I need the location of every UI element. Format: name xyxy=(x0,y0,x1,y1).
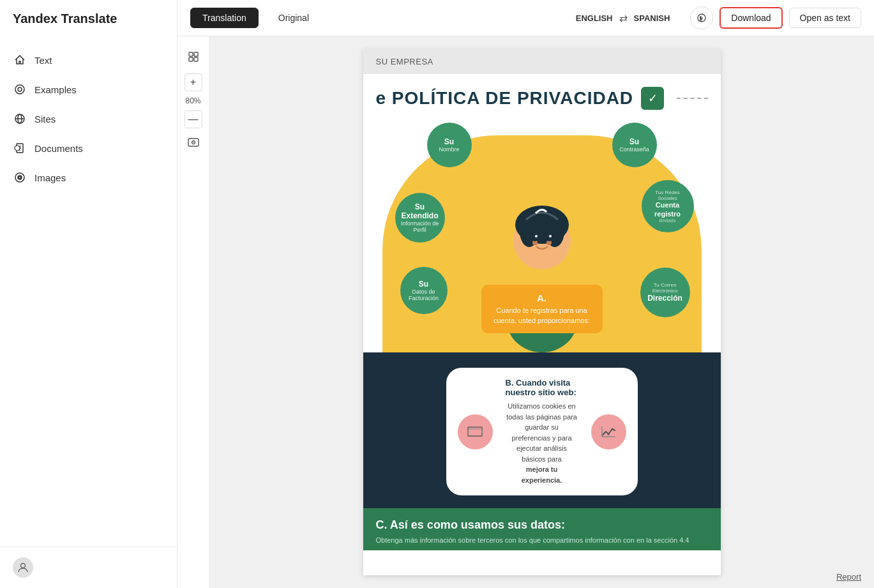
b-section-card: B. Cuando visita nuestro sitio web: Util… xyxy=(446,368,638,495)
sidebar-nav: Text Examples Sites xyxy=(0,40,177,547)
content-area: + 80% — SU EMPRESA e POLÍTICA DE xyxy=(177,36,874,588)
node-facturacion: Su Datos de Facturación xyxy=(400,267,448,314)
orange-card-letter: A. xyxy=(490,292,594,303)
svg-point-23 xyxy=(193,142,194,143)
zoom-reset-icon[interactable] xyxy=(185,133,202,154)
documents-icon xyxy=(13,141,27,155)
doc-title: e POLÍTICA DE PRIVACIDAD xyxy=(376,88,634,109)
dark-section: B. Cuando visita nuestro sitio web: Util… xyxy=(363,352,721,508)
node-direccion: Tu Correo Electrónico Dirección xyxy=(640,268,690,317)
svg-point-34 xyxy=(549,235,552,237)
doc-title-section: e POLÍTICA DE PRIVACIDAD ✓ xyxy=(363,74,721,116)
zoom-controls: + 80% — xyxy=(177,36,209,588)
svg-point-43 xyxy=(608,433,610,435)
main-area: Translation Original ENGLISH ⇄ SPANISH D… xyxy=(177,0,874,588)
download-button[interactable]: Download xyxy=(720,7,782,29)
card-icon-left xyxy=(458,414,493,449)
zoom-in-button[interactable]: + xyxy=(185,73,202,91)
document-page: SU EMPRESA e POLÍTICA DE PRIVACIDAD ✓ xyxy=(363,49,721,575)
node-cuenta: Tus Redes Sociales Cuenta registro ilimi… xyxy=(642,180,694,232)
sidebar-item-examples[interactable]: Examples xyxy=(0,75,177,104)
svg-rect-19 xyxy=(189,57,193,61)
report-link[interactable]: Report xyxy=(836,572,861,582)
sites-icon xyxy=(13,112,27,126)
svg-rect-20 xyxy=(194,57,198,61)
examples-icon xyxy=(13,82,27,96)
svg-point-12 xyxy=(19,177,20,178)
header: Translation Original ENGLISH ⇄ SPANISH D… xyxy=(177,0,874,36)
sidebar-item-text-label: Text xyxy=(34,55,52,66)
b-section-bold: mejora tu experiencia. xyxy=(522,465,562,484)
b-section-text: Utilizamos cookies en todas las páginas … xyxy=(506,402,577,463)
company-name: SU EMPRESA xyxy=(376,57,433,66)
svg-rect-18 xyxy=(194,52,198,56)
svg-point-9 xyxy=(15,146,20,151)
svg-rect-17 xyxy=(189,52,193,56)
svg-point-33 xyxy=(535,235,538,237)
yellow-section: Su Nombre Su Contraseña Su Extendido Inf… xyxy=(382,116,702,352)
node-extendido: Su Extendido Información de Perfil xyxy=(395,193,445,243)
c-section-text: Obtenga más información sobre terceros c… xyxy=(376,536,708,545)
b-section-row: B. Cuando visita nuestro sitio web: Util… xyxy=(458,378,626,485)
speak-button[interactable] xyxy=(690,6,713,29)
b-section-body: Utilizamos cookies en todas las páginas … xyxy=(506,401,578,485)
header-actions: Download Open as text xyxy=(690,6,861,29)
infographic-section: Su Nombre Su Contraseña Su Extendido Inf… xyxy=(363,116,721,550)
doc-company-header: SU EMPRESA xyxy=(363,49,721,74)
sidebar-item-images[interactable]: Images xyxy=(0,163,177,192)
sidebar-item-images-label: Images xyxy=(34,172,66,183)
app-logo: Yandex Translate xyxy=(0,0,177,40)
sidebar-item-examples-label: Examples xyxy=(34,84,77,95)
green-bottom-section: C. Así es como usamos sus datos: Obtenga… xyxy=(363,508,721,550)
b-section-text-content: B. Cuando visita nuestro sitio web: Util… xyxy=(506,378,578,485)
svg-point-1 xyxy=(18,87,22,91)
svg-point-32 xyxy=(546,234,552,241)
svg-point-31 xyxy=(532,234,538,241)
user-avatar[interactable] xyxy=(13,557,33,578)
svg-point-13 xyxy=(21,564,26,568)
orange-card: A. Cuando te registras para una cuenta, … xyxy=(481,285,603,333)
sidebar-item-documents-label: Documents xyxy=(34,143,83,154)
b-section-title: B. Cuando visita nuestro sitio web: xyxy=(506,378,578,397)
svg-rect-40 xyxy=(469,430,481,435)
sidebar-item-sites[interactable]: Sites xyxy=(0,104,177,133)
language-selector: ENGLISH ⇄ SPANISH xyxy=(576,12,670,24)
sidebar-item-sites-label: Sites xyxy=(34,114,56,124)
tab-original[interactable]: Original xyxy=(266,8,321,28)
card-icon-right xyxy=(591,414,626,449)
sidebar: Yandex Translate Text Examples xyxy=(0,0,177,588)
images-icon xyxy=(13,170,27,185)
c-section-title: C. Así es como usamos sus datos: xyxy=(376,518,708,532)
node-nombre: Su Nombre xyxy=(427,123,472,167)
sidebar-item-documents[interactable]: Documents xyxy=(0,133,177,163)
swap-languages-icon[interactable]: ⇄ xyxy=(619,12,628,24)
node-contrasena: Su Contraseña xyxy=(612,123,657,167)
sidebar-item-text[interactable]: Text xyxy=(0,45,177,75)
document-viewer[interactable]: SU EMPRESA e POLÍTICA DE PRIVACIDAD ✓ xyxy=(209,36,874,588)
zoom-level-display: 80% xyxy=(185,96,200,105)
open-as-text-button[interactable]: Open as text xyxy=(789,8,861,28)
orange-card-text: Cuando te registras para una cuenta, ust… xyxy=(490,306,594,326)
tab-translation[interactable]: Translation xyxy=(190,8,259,28)
dashed-divider xyxy=(677,98,707,99)
home-icon xyxy=(13,53,27,67)
sidebar-bottom xyxy=(0,547,177,588)
svg-point-0 xyxy=(15,85,24,94)
svg-point-44 xyxy=(612,428,614,430)
shield-checkmark-icon: ✓ xyxy=(641,87,664,110)
zoom-out-button[interactable]: — xyxy=(185,110,202,128)
fit-page-icon[interactable] xyxy=(185,48,202,68)
lang-from[interactable]: ENGLISH xyxy=(576,13,613,23)
lang-to[interactable]: SPANISH xyxy=(634,13,670,23)
